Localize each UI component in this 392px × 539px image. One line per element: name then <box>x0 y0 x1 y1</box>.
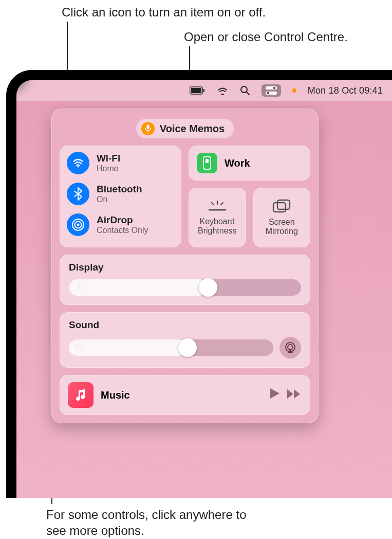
svg-point-10 <box>77 166 79 167</box>
wifi-subtitle: Home <box>97 164 120 173</box>
svg-point-8 <box>267 92 269 95</box>
microphone-icon <box>141 122 155 135</box>
bluetooth-icon[interactable] <box>67 183 89 205</box>
screen-mirroring-button[interactable]: Screen Mirroring <box>253 188 311 247</box>
wifi-icon[interactable] <box>67 152 89 174</box>
bluetooth-toggle[interactable]: Bluetooth On <box>67 183 174 205</box>
svg-rect-2 <box>203 89 204 92</box>
svg-rect-20 <box>273 203 286 212</box>
next-track-button[interactable] <box>287 387 302 403</box>
voice-memos-label: Voice Memos <box>160 123 225 135</box>
screen-mirroring-icon <box>272 199 291 213</box>
control-centre-panel: Voice Memos Wi-Fi Home <box>51 109 319 423</box>
svg-point-3 <box>241 86 247 93</box>
keyboard-brightness-icon <box>208 200 227 213</box>
svg-point-6 <box>273 87 275 89</box>
airplay-icon <box>284 342 296 353</box>
sound-card[interactable]: Sound <box>60 312 310 368</box>
voice-memos-pill[interactable]: Voice Memos <box>136 119 234 138</box>
svg-rect-21 <box>277 200 290 209</box>
mic-in-use-dot-icon <box>292 88 296 93</box>
callout-moreoptions: For some controls, click anywhere to see… <box>46 507 252 538</box>
menu-bar: Mon 18 Oct 09:41 <box>16 80 392 101</box>
svg-point-13 <box>77 224 80 226</box>
airdrop-toggle[interactable]: AirDrop Contacts Only <box>67 213 174 236</box>
bluetooth-title: Bluetooth <box>97 184 142 195</box>
svg-rect-9 <box>146 124 149 129</box>
keyboard-brightness-label: Keyboard Brightness <box>193 217 242 236</box>
callout-toggle: Click an icon to turn an item on or off. <box>62 4 266 20</box>
play-button[interactable] <box>269 387 281 403</box>
svg-line-4 <box>247 92 249 95</box>
display-label: Display <box>69 262 301 273</box>
battery-icon[interactable] <box>190 86 205 95</box>
airdrop-subtitle: Contacts Only <box>97 226 148 235</box>
sound-slider[interactable] <box>69 339 273 356</box>
callout-openclose: Open or close Control Centre. <box>184 29 348 45</box>
wifi-toggle[interactable]: Wi-Fi Home <box>67 152 174 174</box>
svg-line-17 <box>212 203 214 205</box>
focus-work-icon <box>197 153 217 173</box>
svg-point-32 <box>288 345 293 350</box>
focus-card[interactable]: Work <box>189 146 310 181</box>
keyboard-brightness-button[interactable]: Keyboard Brightness <box>189 188 246 247</box>
focus-label: Work <box>225 157 250 169</box>
airdrop-icon[interactable] <box>67 213 89 236</box>
svg-rect-15 <box>206 159 209 163</box>
svg-line-18 <box>221 203 223 205</box>
menubar-datetime[interactable]: Mon 18 Oct 09:41 <box>308 85 383 96</box>
wifi-icon[interactable] <box>216 86 229 95</box>
spotlight-icon[interactable] <box>240 85 250 96</box>
music-app-icon <box>68 382 94 408</box>
wifi-title: Wi-Fi <box>97 153 120 164</box>
media-title: Music <box>101 389 262 401</box>
sound-label: Sound <box>69 319 301 331</box>
display-card[interactable]: Display <box>60 255 310 305</box>
connectivity-card[interactable]: Wi-Fi Home Bluetooth On <box>60 146 181 247</box>
svg-rect-1 <box>191 88 201 93</box>
macbook-screen: Mon 18 Oct 09:41 Voice Memos Wi-Fi Home <box>6 70 392 498</box>
display-slider[interactable] <box>69 279 301 296</box>
screen-mirroring-label: Screen Mirroring <box>257 218 307 236</box>
bluetooth-subtitle: On <box>97 195 142 204</box>
now-playing-card[interactable]: Music <box>60 375 310 415</box>
control-centre-icon[interactable] <box>262 84 281 97</box>
airplay-audio-button[interactable] <box>279 337 301 358</box>
airdrop-title: AirDrop <box>97 214 148 226</box>
